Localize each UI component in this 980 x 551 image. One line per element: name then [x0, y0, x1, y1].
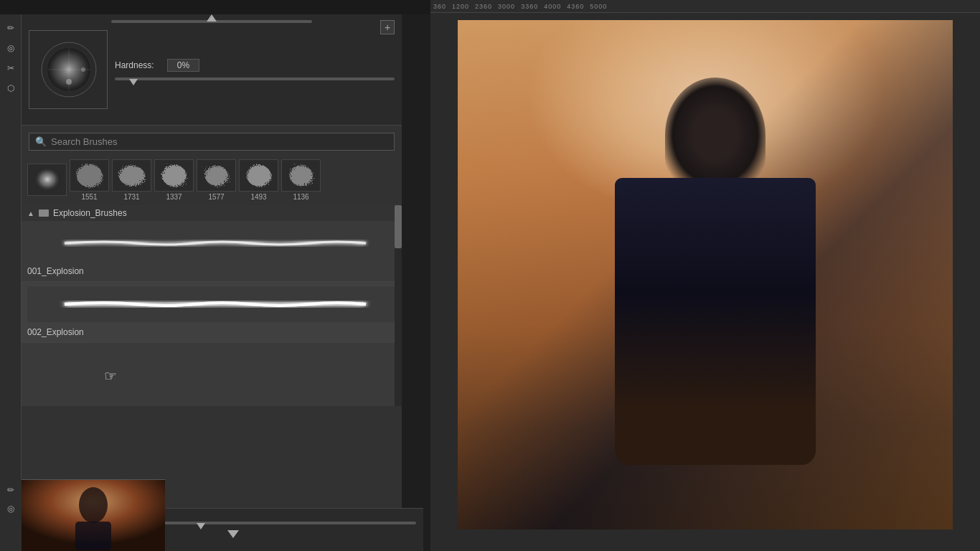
ruler-label: 4000	[541, 1, 564, 11]
svg-rect-17	[75, 522, 111, 550]
bottom-tool-1[interactable]: ✏	[3, 482, 19, 498]
brush-svg-1136	[283, 161, 319, 191]
svg-point-13	[290, 166, 313, 186]
brush-thumb-num: 1136	[293, 193, 308, 201]
collapse-arrow-icon: ▲	[27, 209, 34, 217]
brush-thumb-num: 1493	[250, 193, 266, 201]
brush-preview-1493	[239, 159, 278, 192]
svg-point-16	[79, 487, 108, 523]
brush-preview-1337	[154, 159, 194, 192]
search-input[interactable]	[51, 136, 388, 147]
brush-svg-1551	[72, 161, 108, 191]
brush-item-001[interactable]: 001_Explosion	[22, 221, 402, 282]
search-icon: 🔍	[35, 136, 47, 147]
ruler-label: 4360	[564, 1, 587, 11]
brush-name-002: 002_Explosion	[27, 326, 84, 339]
soft-round-svg	[29, 164, 65, 194]
person-head	[665, 77, 765, 192]
bottom-thumb-svg	[22, 480, 165, 551]
ruler-top: 360 1200 2360 3000 3360 4000 4360 5000	[430, 0, 980, 13]
folder-name-label: Explosion_Brushes	[53, 208, 127, 218]
canvas-area: 360 1200 2360 3000 3360 4000 4360 5000	[430, 0, 980, 551]
brush-thumbnail-1337[interactable]: 1337	[154, 159, 194, 201]
brush-item-002[interactable]: 002_Explosion ☞	[22, 282, 402, 343]
brush-preview-1551	[70, 159, 109, 192]
shape-tool-icon[interactable]: ⬡	[3, 80, 19, 96]
cursor-hand-icon: ☞	[104, 367, 117, 385]
left-tool-panel: ✏ ◎ ✂ ⬡	[0, 14, 22, 551]
search-box: 🔍	[29, 133, 395, 151]
circle-tool-icon[interactable]: ◎	[3, 40, 19, 56]
soft-round-brush-preview	[27, 164, 67, 196]
brush-svg-1337	[156, 161, 192, 191]
scrollbar-thumb	[395, 205, 402, 248]
top-nav	[0, 0, 430, 14]
stroke-svg-002	[50, 286, 373, 322]
person-body	[615, 178, 816, 465]
search-area: 🔍	[22, 126, 402, 155]
bottom-tool-2[interactable]: ◎	[3, 501, 19, 517]
folder-icon	[39, 209, 49, 217]
brush-thumbnail-1731[interactable]: 1731	[112, 159, 151, 201]
ruler-label: 3360	[518, 1, 541, 11]
brush-thumb-num: 1731	[123, 193, 139, 201]
brush-stroke-preview-001	[27, 225, 396, 261]
svg-point-8	[77, 164, 103, 187]
brush-preview-1136	[281, 159, 321, 192]
brush-thumbnail-soft-round[interactable]	[27, 164, 67, 197]
brush-list-scrollbar[interactable]	[395, 205, 402, 406]
brush-preview-1577	[197, 159, 236, 192]
brush-thumb-num: 1577	[208, 193, 224, 201]
hardness-label: Hardness:	[115, 60, 161, 70]
svg-point-10	[162, 165, 187, 187]
brush-thumbnail-1136[interactable]: 1136	[281, 159, 321, 201]
brush-panel: Hardness: 0% + 🔍	[22, 14, 402, 551]
brush-tool-icon[interactable]: ✏	[3, 20, 19, 36]
size-slider-track[interactable]	[111, 20, 312, 23]
ruler-label: 1200	[449, 1, 472, 11]
bottom-thumbnail	[22, 479, 165, 551]
brush-thumb-num: 1337	[166, 193, 182, 201]
brush-preview-svg	[29, 30, 107, 109]
svg-point-12	[247, 165, 271, 187]
bottom-tool-panel: ✏ ◎	[0, 479, 22, 551]
brush-thumb-num: 1551	[81, 193, 97, 201]
brush-thumbnail-1551[interactable]: 1551	[70, 159, 109, 201]
ruler-label: 360	[430, 1, 449, 11]
down-arrow-icon	[227, 530, 239, 538]
brush-thumbnail-1493[interactable]: 1493	[239, 159, 278, 201]
ruler-label: 3000	[495, 1, 518, 11]
brush-svg-1731	[114, 161, 150, 191]
hardness-slider-track[interactable]	[115, 77, 395, 80]
brush-stroke-preview-002	[27, 286, 396, 322]
brush-controls-right: Hardness: 0%	[115, 59, 395, 80]
crop-tool-icon[interactable]: ✂	[3, 60, 19, 76]
brush-svg-1493	[241, 161, 277, 191]
hardness-slider-thumb	[129, 79, 138, 85]
svg-point-11	[205, 166, 228, 186]
size-slider-thumb	[207, 14, 217, 22]
brush-thumbnails-row: 1551 1731 1337	[22, 155, 402, 205]
brush-name-001: 001_Explosion	[27, 265, 84, 278]
hardness-value: 0%	[167, 59, 199, 72]
brush-list-container: ▲ Explosion_Brushes 001_Explosion	[22, 205, 402, 406]
brush-preview-1731	[112, 159, 151, 192]
svg-point-6	[43, 44, 95, 95]
brush-circle-preview	[29, 30, 108, 109]
brush-folder-header[interactable]: ▲ Explosion_Brushes	[22, 205, 402, 221]
hardness-row: Hardness: 0%	[115, 59, 395, 72]
svg-point-7	[33, 166, 62, 192]
brush-thumbnail-1577[interactable]: 1577	[197, 159, 236, 201]
stroke-svg-001	[50, 225, 373, 261]
brush-preview-area: Hardness: 0% +	[22, 14, 402, 126]
svg-point-9	[119, 166, 145, 186]
ruler-label: 2360	[472, 1, 495, 11]
ruler-label: 5000	[587, 1, 610, 11]
brush-preview-main: Hardness: 0%	[29, 30, 395, 109]
canvas-image[interactable]	[458, 20, 953, 529]
brush-svg-1577	[199, 161, 235, 191]
canvas-image-container	[430, 13, 980, 551]
bottom-slider-thumb	[197, 523, 205, 529]
top-slider-row	[29, 20, 395, 23]
add-brush-button[interactable]: +	[380, 20, 395, 34]
